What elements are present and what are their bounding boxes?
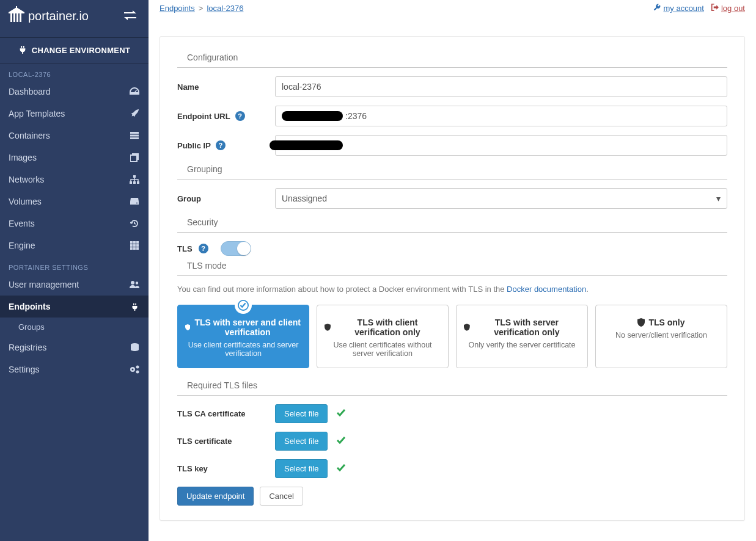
section-tls-files: Required TLS files xyxy=(177,380,727,396)
wrench-icon xyxy=(653,4,661,13)
nav-events[interactable]: Events xyxy=(0,212,149,234)
label-name: Name xyxy=(177,82,275,92)
svg-point-29 xyxy=(136,366,139,369)
tls-mode-card-3[interactable]: TLS onlyNo server/client verification xyxy=(595,305,727,368)
group-select[interactable]: Unassigned▾ xyxy=(275,188,727,209)
svg-rect-18 xyxy=(130,244,133,247)
plug-icon xyxy=(18,45,32,56)
nav-volumes[interactable]: Volumes xyxy=(0,191,149,212)
tls-mode-desc: No server/client verification xyxy=(603,331,719,339)
section-grouping: Grouping xyxy=(177,164,727,180)
nav-dashboard[interactable]: Dashboard xyxy=(0,81,149,103)
check-icon xyxy=(336,436,346,446)
nav-heading-env: LOCAL-2376 xyxy=(0,64,149,81)
logo-text: portainer.io xyxy=(28,9,89,23)
tls-mode-title: TLS with server verification only xyxy=(464,318,580,337)
clone-icon xyxy=(129,153,140,162)
tls-mode-title: TLS with client verification only xyxy=(325,318,441,337)
change-environment-button[interactable]: CHANGE ENVIRONMENT xyxy=(0,37,149,64)
svg-rect-1 xyxy=(13,13,15,22)
public-ip-input[interactable] xyxy=(275,135,727,156)
section-security: Security xyxy=(177,217,727,233)
breadcrumb-root[interactable]: Endpoints xyxy=(160,4,195,13)
logout-link[interactable]: log out xyxy=(711,4,745,13)
svg-rect-6 xyxy=(130,135,139,137)
database-icon xyxy=(129,343,140,352)
svg-rect-10 xyxy=(133,175,136,178)
svg-point-30 xyxy=(136,371,139,374)
svg-rect-5 xyxy=(130,132,139,134)
tls-mode-title: TLS only xyxy=(603,318,719,327)
tls-mode-desc: Use client certificates without server v… xyxy=(325,341,441,358)
nav-settings[interactable]: Settings xyxy=(0,358,149,380)
topbar: Endpoints > local-2376 my account log ou… xyxy=(149,0,756,18)
users-icon xyxy=(129,281,140,288)
tls-mode-card-0[interactable]: TLS with server and client verificationU… xyxy=(177,305,309,368)
nav-containers[interactable]: Containers xyxy=(0,125,149,147)
svg-point-25 xyxy=(136,281,138,284)
grid-icon xyxy=(129,241,140,250)
svg-point-14 xyxy=(136,203,138,204)
tls-mode-card-2[interactable]: TLS with server verification onlyOnly ve… xyxy=(456,305,588,368)
nav-registries[interactable]: Registries xyxy=(0,336,149,358)
nav-engine[interactable]: Engine xyxy=(0,234,149,256)
tls-mode-card-1[interactable]: TLS with client verification onlyUse cli… xyxy=(317,305,449,368)
swap-icon[interactable] xyxy=(124,10,140,22)
label-tls-cert: TLS certificate xyxy=(177,437,275,446)
tls-mode-title: TLS with server and client verification xyxy=(185,318,301,337)
nav-user-mgmt[interactable]: User management xyxy=(0,274,149,296)
label-tls: TLS? xyxy=(177,244,208,253)
svg-rect-20 xyxy=(136,244,139,247)
breadcrumb-sep: > xyxy=(199,4,204,13)
label-tls-key: TLS key xyxy=(177,464,275,473)
svg-rect-11 xyxy=(130,181,132,184)
nav-images[interactable]: Images xyxy=(0,147,149,169)
svg-rect-9 xyxy=(130,155,137,162)
help-icon[interactable]: ? xyxy=(199,244,208,253)
select-file-ca-button[interactable]: Select file xyxy=(275,404,328,423)
nav-networks[interactable]: Networks xyxy=(0,169,149,191)
svg-rect-16 xyxy=(133,241,136,244)
my-account-link[interactable]: my account xyxy=(653,4,703,13)
hdd-icon xyxy=(129,198,140,205)
history-icon xyxy=(129,219,140,228)
name-input[interactable] xyxy=(275,76,727,97)
rocket-icon xyxy=(129,109,140,118)
logo-row: portainer.io xyxy=(0,0,149,37)
check-icon xyxy=(336,463,346,474)
sitemap-icon xyxy=(129,175,140,184)
tls-toggle[interactable] xyxy=(221,241,251,256)
nav-groups[interactable]: Groups xyxy=(0,318,149,336)
portainer-logo-icon xyxy=(9,6,28,26)
svg-rect-13 xyxy=(137,181,139,184)
check-badge-icon xyxy=(235,297,252,314)
nav-endpoints[interactable]: Endpoints xyxy=(0,296,149,318)
svg-rect-15 xyxy=(130,241,133,244)
tls-mode-desc: Only verify the server certificate xyxy=(464,341,580,349)
svg-rect-0 xyxy=(10,13,12,22)
cancel-button[interactable]: Cancel xyxy=(260,487,303,506)
select-file-cert-button[interactable]: Select file xyxy=(275,432,328,451)
select-file-key-button[interactable]: Select file xyxy=(275,459,328,478)
tls-mode-group: TLS with server and client verificationU… xyxy=(177,305,727,368)
svg-rect-12 xyxy=(133,181,136,184)
svg-rect-23 xyxy=(136,247,139,250)
list-icon xyxy=(129,132,140,139)
label-tls-ca: TLS CA certificate xyxy=(177,409,275,418)
nav-templates[interactable]: App Templates xyxy=(0,103,149,125)
svg-rect-2 xyxy=(17,13,18,22)
breadcrumb-current[interactable]: local-2376 xyxy=(207,4,243,13)
help-icon[interactable]: ? xyxy=(216,140,226,150)
check-icon xyxy=(336,408,346,419)
label-public-ip: Public IP? xyxy=(177,140,275,150)
tls-mode-desc: Use client certificates and server verif… xyxy=(185,341,301,358)
svg-rect-3 xyxy=(20,13,21,22)
chevron-down-icon: ▾ xyxy=(716,194,721,203)
docker-doc-link[interactable]: Docker documentation xyxy=(507,285,586,294)
help-icon[interactable]: ? xyxy=(235,111,245,121)
cogs-icon xyxy=(129,365,140,374)
logout-icon xyxy=(711,4,719,13)
svg-rect-17 xyxy=(136,241,139,244)
endpoint-url-input[interactable]: :2376 xyxy=(275,106,727,126)
update-endpoint-button[interactable]: Update endpoint xyxy=(177,487,254,506)
